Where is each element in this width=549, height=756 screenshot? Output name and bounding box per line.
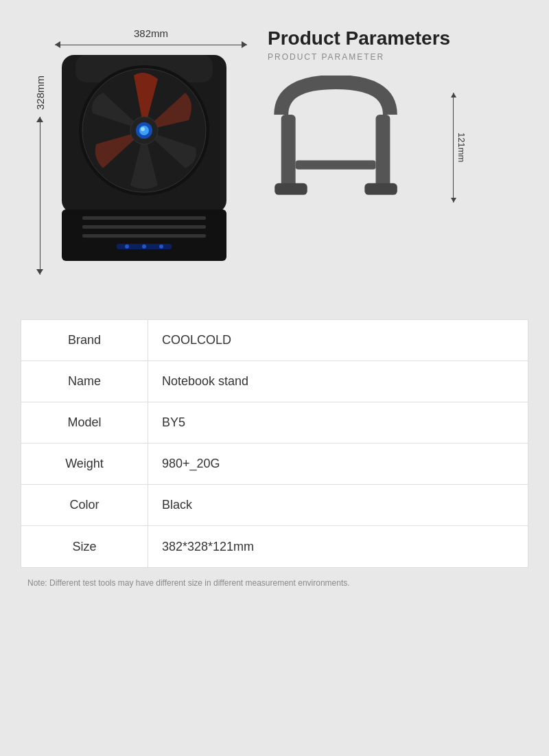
param-value-color: Black [148, 485, 528, 525]
page-wrapper: 382mm 328mm [0, 0, 549, 756]
svg-rect-17 [376, 115, 390, 190]
svg-point-15 [159, 244, 163, 249]
param-value-name: Notebook stand [148, 361, 528, 402]
svg-rect-19 [364, 183, 397, 195]
dim-left: 328mm [26, 62, 54, 288]
depth-label: 121mm [456, 133, 467, 162]
product-title-sub: PRODUCT PARAMETER [268, 52, 384, 62]
param-label-brand: Brand [21, 320, 148, 360]
param-row-model: ModelBY5 [21, 402, 528, 444]
front-view-container: 382mm 328mm [21, 21, 254, 302]
note-text: Note: Different test tools may have diff… [27, 578, 522, 588]
svg-rect-11 [82, 234, 206, 238]
param-label-name: Name [21, 361, 148, 402]
arrow-horizontal-top [55, 41, 247, 49]
arrow-vertical-left [36, 117, 44, 275]
param-label-model: Model [21, 402, 148, 443]
param-label-color: Color [21, 485, 148, 525]
top-section: 382mm 328mm [21, 14, 528, 302]
dim-top: 382mm [55, 27, 247, 49]
product-title-main: Product Parameters [268, 27, 450, 49]
param-row-weight: Weight980+_20G [21, 444, 528, 485]
width-label: 382mm [134, 27, 168, 39]
height-label: 328mm [34, 76, 46, 110]
svg-rect-20 [296, 161, 376, 170]
param-value-brand: COOLCOLD [148, 320, 528, 360]
product-front-image [55, 55, 233, 261]
right-section: Product Parameters PRODUCT PARAMETER [254, 21, 528, 213]
svg-rect-9 [82, 216, 206, 220]
param-value-model: BY5 [148, 402, 528, 443]
param-value-size: 382*328*121mm [148, 526, 528, 567]
param-label-size: Size [21, 526, 148, 567]
param-row-color: ColorBlack [21, 485, 528, 526]
param-row-name: NameNotebook stand [21, 361, 528, 402]
param-value-weight: 980+_20G [148, 444, 528, 484]
param-row-size: Size382*328*121mm [21, 526, 528, 567]
param-label-weight: Weight [21, 444, 148, 484]
svg-rect-10 [82, 225, 206, 229]
param-row-brand: BrandCOOLCOLD [21, 320, 528, 361]
side-view-container: 121mm [268, 76, 446, 213]
svg-rect-16 [281, 115, 296, 190]
svg-point-13 [125, 244, 129, 249]
svg-rect-18 [274, 183, 307, 195]
parameters-table: BrandCOOLCOLDNameNotebook standModelBY5W… [21, 319, 528, 568]
svg-point-7 [141, 127, 145, 131]
svg-point-14 [142, 244, 146, 249]
note-section: Note: Different test tools may have diff… [21, 578, 528, 588]
